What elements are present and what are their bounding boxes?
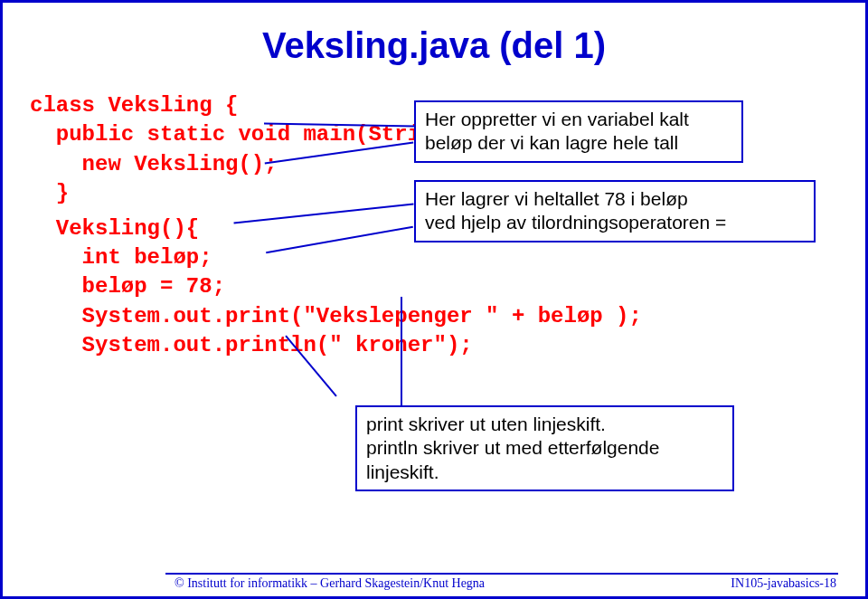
callout-text: print skriver ut uten linjeskift. <box>366 414 606 434</box>
page-title: Veksling.java (del 1) <box>262 25 606 65</box>
callout-text: ved hjelp av tilordningsoperatoren = <box>425 212 726 233</box>
code-line: beløp = 78; <box>30 272 838 301</box>
callout-print-println: print skriver ut uten linjeskift. printl… <box>355 405 734 491</box>
slide-frame: Veksling.java (del 1) class Veksling { p… <box>0 0 868 599</box>
code-line: int beløp; <box>30 243 838 272</box>
callout-text: Her oppretter vi en variabel kalt <box>425 109 689 129</box>
callout-variable-declare: Her oppretter vi en variabel kalt beløp … <box>414 100 743 163</box>
footer-divider <box>165 573 838 575</box>
callout-text: Her lagrer vi heltallet 78 i beløp <box>425 188 688 209</box>
callout-text: beløp der vi kan lagre hele tall <box>425 132 678 153</box>
title-row: Veksling.java (del 1) <box>30 25 838 66</box>
callout-assignment: Her lagrer vi heltallet 78 i beløp ved h… <box>414 180 816 242</box>
footer-left: © Institutt for informatikk – Gerhard Sk… <box>175 576 485 591</box>
connector-line <box>401 297 402 405</box>
callout-text: println skriver ut med etterfølgende <box>366 437 659 458</box>
footer-right: IN105-javabasics-18 <box>731 576 836 591</box>
callout-text: linjeskift. <box>366 461 439 482</box>
code-line: System.out.println(" kroner"); <box>30 331 838 360</box>
code-line: System.out.print("Vekslepenger " + beløp… <box>30 302 838 331</box>
